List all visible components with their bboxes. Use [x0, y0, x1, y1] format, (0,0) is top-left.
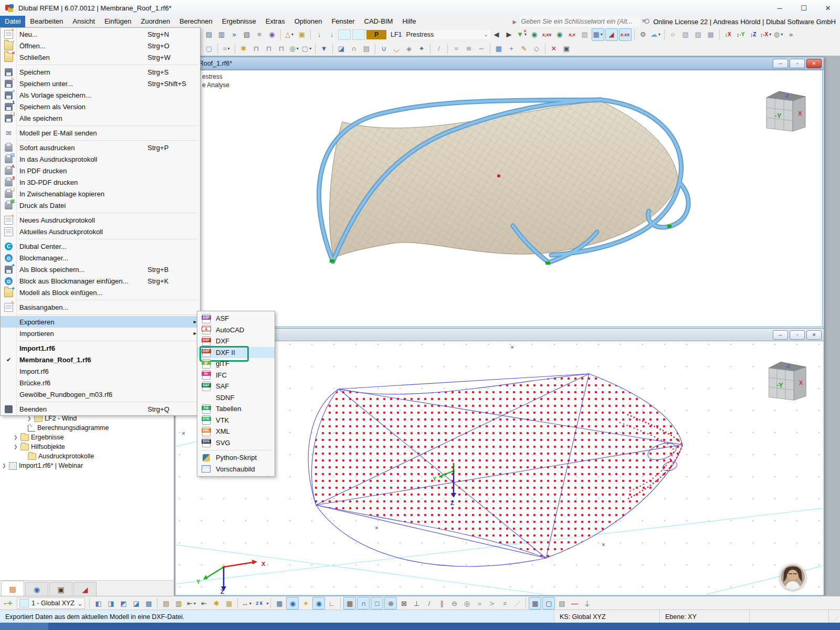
connect-members-icon[interactable]: ▤	[160, 597, 172, 609]
section-icon[interactable]: ◎▾	[288, 43, 300, 55]
show-results-icon[interactable]: ◉	[554, 29, 565, 40]
menu-item-recent-membrane-roof-1[interactable]: ✔Membrane_Roof_1.rf6	[1, 354, 200, 365]
guideline-icon[interactable]: ✱	[211, 597, 222, 609]
coordinate-system-combobox[interactable]: 1 - Global XYZ⌄	[17, 597, 85, 609]
tree-item-berechnungsdiagramme[interactable]: Berechnungsdiagramme	[21, 423, 109, 433]
permanent-load-button[interactable]: P	[366, 30, 386, 39]
export-dxf-ii[interactable]: DXFDXF II	[197, 347, 275, 359]
tree-item-ergebnisse[interactable]: ❯Ergebnisse	[14, 433, 64, 442]
divide-members-icon[interactable]: ▥	[173, 597, 184, 609]
menu-item-neues-ausdruckprotokoll[interactable]: Neues Ausdruckprotokoll	[1, 214, 200, 226]
layers-icon[interactable]: ▤	[556, 597, 568, 609]
comment-box-icon[interactable]: ▦	[223, 597, 235, 609]
clipping-icon[interactable]: ∩	[348, 43, 360, 55]
menubar-item-berechnen[interactable]: Berechnen	[175, 16, 217, 27]
center-snap-icon[interactable]: ⊗	[384, 597, 397, 610]
menu-item-in-pdf-drucken[interactable]: In PDF drucken	[1, 165, 200, 176]
render-canvas[interactable]: estress e Analyse	[176, 70, 823, 327]
zoom-reset-icon[interactable]: ○	[667, 29, 679, 40]
coordinate-system-icon[interactable]: ⌐✛	[3, 597, 14, 609]
menu-item-aktuelles-ausdruckprotokoll[interactable]: Aktuelles Ausdruckprotokoll	[1, 226, 200, 237]
close-button[interactable]: ✕	[816, 0, 840, 16]
menubar-item-extras[interactable]: Extras	[261, 16, 290, 27]
smooth-2-icon[interactable]: ≋	[463, 43, 475, 55]
perpendicular-snap-icon[interactable]: ⊥	[411, 597, 422, 609]
intersection-snap-icon[interactable]: ⊠	[398, 597, 410, 609]
menubar-item-fenster[interactable]: Fenster	[327, 16, 359, 27]
edit-view-icon[interactable]: ▨	[692, 29, 704, 40]
export-svg[interactable]: SVGSVG	[197, 437, 275, 449]
render-solid-icon[interactable]: ◈	[403, 43, 415, 55]
dimension-xx-icon[interactable]: ⇤	[198, 597, 209, 609]
menubar-item-cad-bim[interactable]: CAD-BIM	[360, 16, 398, 27]
menu-item-in-zwischenablage-kopieren[interactable]: In Zwischenablage kopieren	[1, 188, 200, 200]
menu-item-basisangaben[interactable]: Basisangaben...	[1, 301, 200, 313]
ortho-corner-icon[interactable]: ∟	[326, 597, 338, 609]
expand-arrow-icon[interactable]: ❯	[14, 435, 18, 440]
percent-snap-icon[interactable]: ⋰	[511, 597, 523, 609]
member-load-icon[interactable]: ↓	[326, 29, 338, 40]
menu-item-recent-import[interactable]: Import.rf6	[1, 365, 200, 377]
menu-item-alle-speichern[interactable]: Alle speichern	[1, 112, 200, 124]
tree-item-hilfsobjekte[interactable]: ❯Hilfsobjekte	[14, 442, 65, 452]
export-sdnf[interactable]: SDNF	[197, 392, 275, 404]
quadrant-snap-icon[interactable]: ◎	[461, 597, 472, 609]
measure-icon[interactable]: ≈▾	[220, 43, 232, 55]
menubar-item-hilfe[interactable]: Hilfe	[397, 16, 421, 27]
expand-arrow-icon[interactable]: ❯	[2, 463, 7, 468]
menu-item-block-aus-blockmanager-einfuegen[interactable]: ◍Block aus Blockmanager einfügen...Strg+…	[1, 275, 200, 287]
show-grid-icon[interactable]: ▦	[529, 597, 541, 610]
animation-icon[interactable]: ▤	[361, 43, 372, 55]
nearest-snap-icon[interactable]: /	[423, 597, 435, 609]
menubar-item-ansicht[interactable]: Ansicht	[68, 16, 100, 27]
show-workplane-icon[interactable]: ▢	[542, 597, 555, 610]
menu-item-sofort-ausdrucken[interactable]: Sofort ausdruckenStrg+P	[1, 142, 200, 153]
menu-item-neu[interactable]: Neu...Strg+N	[1, 28, 200, 40]
tangent-snap-icon[interactable]: ⊖	[448, 597, 460, 609]
menu-item-recent-gewoelbe-rundbogen[interactable]: Gewölbe_Rundbogen_m03.rf6	[1, 388, 200, 400]
display-mode-icon[interactable]: ◍▾	[773, 29, 784, 40]
move-object-icon[interactable]: ◧	[92, 597, 104, 609]
expand-arrow-icon[interactable]: ❯	[27, 416, 32, 421]
mesh-node-icon[interactable]: +	[506, 43, 517, 55]
menu-item-importieren[interactable]: Importieren►	[1, 328, 200, 339]
navigation-cube[interactable]: -Y -Z X	[762, 356, 808, 402]
result-values-icon[interactable]: x,x	[566, 29, 578, 40]
viewport-restore-button[interactable]: ▫	[790, 59, 805, 68]
menu-item-speichern[interactable]: SpeichernStrg+S	[1, 66, 200, 78]
cloud-icon[interactable]: ☁▾	[650, 29, 662, 40]
divide-snap-icon[interactable]: ≠	[499, 597, 510, 609]
extension-snap-icon[interactable]: »	[474, 597, 485, 609]
keyword-search-input[interactable]	[520, 16, 640, 27]
isometric-view-icon[interactable]: ▧	[680, 29, 691, 40]
previous-loadcase-icon[interactable]: ◀	[491, 29, 502, 40]
viewport2-restore-button[interactable]: ▫	[790, 330, 805, 340]
work-layer-icon[interactable]: 2 6	[253, 597, 265, 609]
tree-item-ausdruckprotokolle[interactable]: Ausdruckprotokolle	[21, 452, 94, 461]
member-icon[interactable]: ⊓	[250, 43, 262, 55]
viewport-close-button[interactable]: ✕	[806, 59, 822, 68]
new-block-icon[interactable]: ▢	[203, 43, 215, 55]
tab-camera-navigator[interactable]: ▣	[49, 582, 72, 596]
toolbar-overflow-icon[interactable]: »	[785, 29, 797, 40]
menu-item-modell-per-email-senden[interactable]: Modell per E-Mail senden	[1, 127, 200, 139]
nodal-load-icon[interactable]: ↓	[313, 29, 325, 40]
print-settings-icon[interactable]: ⚙	[637, 29, 649, 40]
export-autocad[interactable]: AAutoCAD	[197, 324, 275, 336]
menu-item-recent-bruecke[interactable]: Brücke.rf6	[1, 377, 200, 388]
viewport2-minimize-button[interactable]: ─	[773, 330, 788, 340]
viewport-minimize-button[interactable]: ─	[773, 59, 788, 68]
export-gltf[interactable]: glglTF	[197, 358, 275, 370]
menubar-item-einf-gen[interactable]: Einfügen	[100, 16, 136, 27]
menubar-item-optionen[interactable]: Optionen	[290, 16, 327, 27]
grid-points-icon[interactable]: ◉	[286, 597, 299, 610]
menu-item-druck-als-datei[interactable]: Druck als Datei	[1, 200, 200, 211]
mesh-icon[interactable]: ▦	[493, 43, 505, 55]
export-ifc[interactable]: ifcIFC	[197, 370, 275, 381]
smooth-1-icon[interactable]: ≈	[450, 43, 462, 55]
perspective-view-icon[interactable]: ▩	[705, 29, 717, 40]
menu-item-als-block-speichern[interactable]: Als Block speichern...Strg+B	[1, 264, 200, 275]
viewport2-close-button[interactable]: ✕	[806, 330, 822, 340]
resize-grip[interactable]: ⋰	[829, 610, 840, 623]
search-icon[interactable]	[643, 18, 650, 25]
